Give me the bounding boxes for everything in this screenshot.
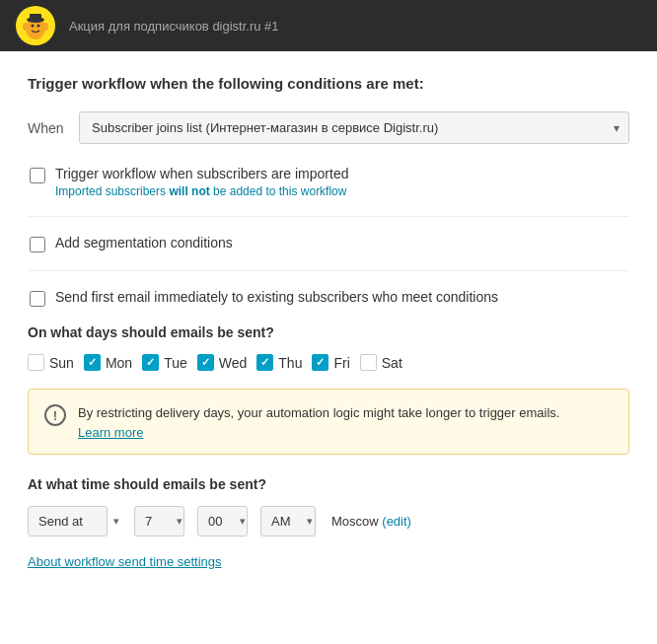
time-row: Send at 123456789101112 00153045 AMPM Mo… [28, 506, 629, 537]
day-checkbox-wed[interactable] [197, 354, 214, 371]
day-item-sat: Sat [360, 354, 402, 371]
trigger-import-checkbox[interactable] [30, 168, 45, 183]
time-title: At what time should emails be sent? [28, 476, 629, 492]
when-select-wrapper: Subscriber joins list (Интернет-магазин … [79, 111, 629, 144]
day-item-fri: Fri [312, 354, 349, 371]
trigger-import-sublabel: Imported subscribers will not be added t… [55, 184, 348, 198]
day-checkbox-fri[interactable] [312, 354, 328, 371]
send-first-email-checkbox[interactable] [30, 291, 45, 307]
day-item-sun: Sun [28, 354, 74, 371]
time-section: At what time should emails be sent? Send… [28, 476, 629, 569]
days-title: On what days should emails be sent? [28, 324, 629, 340]
when-select[interactable]: Subscriber joins list (Интернет-магазин … [79, 111, 629, 144]
minute-wrapper: 00153045 [197, 506, 253, 537]
divider-1 [28, 216, 629, 217]
days-row: SunMonTueWedThuFriSat [28, 354, 629, 371]
svg-rect-8 [30, 14, 41, 21]
send-at-wrapper: Send at [28, 506, 126, 537]
day-label-thu: Thu [278, 355, 302, 371]
timezone-label: Moscow [331, 514, 379, 529]
warning-content: By restricting delivery days, your autom… [78, 403, 559, 440]
app-header: Акция для подписчиков digistr.ru #1 [0, 0, 657, 51]
send-first-email-label: Send first email immediately to existing… [55, 289, 498, 305]
hour-select[interactable]: 123456789101112 [134, 506, 184, 537]
day-label-fri: Fri [333, 355, 349, 371]
svg-point-4 [42, 23, 48, 31]
day-label-sun: Sun [49, 355, 74, 371]
day-item-tue: Tue [142, 354, 187, 371]
day-checkbox-tue[interactable] [142, 354, 159, 371]
day-checkbox-sun[interactable] [28, 354, 44, 371]
segmentation-checkbox[interactable] [30, 237, 45, 252]
day-item-mon: Mon [84, 354, 132, 371]
days-section: On what days should emails be sent? SunM… [28, 324, 629, 371]
day-item-thu: Thu [256, 354, 302, 371]
warning-box: ! By restricting delivery days, your aut… [28, 389, 629, 455]
send-first-email-row: Send first email immediately to existing… [28, 289, 629, 307]
day-checkbox-sat[interactable] [360, 354, 377, 371]
day-label-wed: Wed [219, 355, 248, 371]
main-content: Trigger workflow when the following cond… [0, 51, 657, 593]
learn-more-link[interactable]: Learn more [78, 425, 143, 440]
trigger-import-row: Trigger workflow when subscribers are im… [28, 166, 629, 198]
timezone-text: Moscow (edit) [331, 514, 411, 529]
header-title: Акция для подписчиков digistr.ru #1 [69, 19, 279, 34]
day-checkbox-thu[interactable] [256, 354, 273, 371]
minute-select[interactable]: 00153045 [197, 506, 248, 537]
divider-2 [28, 270, 629, 271]
day-label-tue: Tue [164, 355, 187, 371]
warning-icon: ! [44, 404, 66, 426]
ampm-select[interactable]: AMPM [260, 506, 316, 537]
when-row: When Subscriber joins list (Интернет-маг… [28, 111, 629, 144]
segmentation-label: Add segmentation conditions [55, 235, 233, 250]
day-checkbox-mon[interactable] [84, 354, 101, 371]
day-label-sat: Sat [382, 355, 402, 371]
svg-point-6 [37, 25, 40, 28]
hour-wrapper: 123456789101112 [134, 506, 189, 537]
day-label-mon: Mon [106, 355, 132, 371]
segmentation-row: Add segmentation conditions [28, 235, 629, 252]
warning-text: By restricting delivery days, your autom… [78, 403, 559, 423]
workflow-settings-link[interactable]: About workflow send time settings [28, 554, 222, 569]
day-item-wed: Wed [197, 354, 248, 371]
page-title: Trigger workflow when the following cond… [28, 75, 629, 92]
mailchimp-logo [16, 6, 55, 45]
when-label: When [28, 120, 67, 136]
timezone-edit-link[interactable]: (edit) [382, 514, 411, 529]
trigger-import-label: Trigger workflow when subscribers are im… [55, 166, 348, 181]
send-at-select[interactable]: Send at [28, 506, 108, 537]
svg-point-3 [23, 23, 29, 31]
ampm-wrapper: AMPM [260, 506, 320, 537]
svg-point-5 [32, 25, 35, 28]
